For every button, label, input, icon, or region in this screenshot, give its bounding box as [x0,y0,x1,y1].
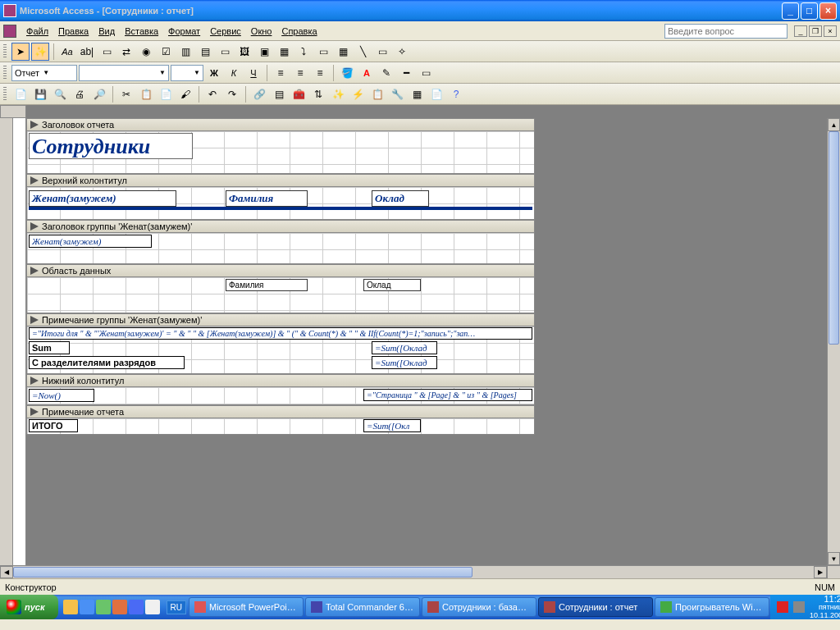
autoformat-icon[interactable]: ✨ [329,85,347,103]
tray-icon[interactable] [793,601,805,613]
preview-icon[interactable]: 🔎 [90,85,108,103]
total-label[interactable]: ИТОГО [29,419,78,432]
code-icon[interactable]: ⚡ [349,85,367,103]
language-indicator[interactable]: RU [167,600,186,614]
section-selector-column[interactable] [0,118,13,565]
more-tools-icon[interactable]: ✧ [393,43,411,61]
minimize-button[interactable]: _ [782,2,799,20]
properties-icon[interactable]: 📋 [368,85,386,103]
close-button[interactable]: × [819,2,837,20]
view-icon[interactable]: 📄 [11,85,30,103]
image-tool-icon[interactable]: 🖼 [235,43,253,61]
menu-service[interactable]: Сервис [205,25,246,38]
column-header-salary[interactable]: Оклад [372,190,429,207]
menu-view[interactable]: Вид [94,25,120,38]
paste-icon[interactable]: 📄 [157,85,175,103]
header-underline[interactable] [29,207,532,210]
field-list-icon[interactable]: ▤ [270,85,288,103]
section-bar-report-header[interactable]: Заголовок отчета [26,118,535,131]
copy-icon[interactable]: 📋 [137,85,155,103]
toolbar-grip[interactable] [3,44,7,59]
toggle-tool-icon[interactable]: ⇄ [117,43,135,61]
bold-icon[interactable]: Ж [205,64,223,82]
align-right-icon[interactable]: ≡ [311,64,329,82]
detail-field-salary[interactable]: Оклад [363,279,421,291]
ql-icon[interactable] [63,600,78,614]
menu-file[interactable]: Файл [21,25,53,38]
db-window-icon[interactable]: ▦ [408,85,426,103]
label-tool-icon[interactable]: Aa [58,43,76,61]
build-icon[interactable]: 🔧 [388,85,406,103]
page-expr[interactable]: ="Страница " & [Page] & " из " & [Pages] [363,389,532,401]
vertical-scrollbar[interactable]: ▲ ▼ [827,118,840,565]
menu-help[interactable]: Справка [276,25,322,38]
system-tray[interactable]: 11:23 пятница 10.11.2006 [770,595,840,619]
new-object-icon[interactable]: 📄 [427,85,445,103]
section-bar-page-header[interactable]: Верхний колонтитул [26,174,535,187]
task-button[interactable]: Total Commander 6… [305,597,420,617]
horizontal-scrollbar[interactable]: ◀ ▶ [0,565,840,578]
report-title-label[interactable]: Сотрудники [29,133,193,159]
group-tool-icon[interactable]: ▭ [98,43,116,61]
separator-expr[interactable]: =Sum([Оклад [372,356,437,369]
group-summary-expr[interactable]: ="Итоги для " & "'Женат(замужем)' = " & … [29,327,532,340]
ruler-corner[interactable] [0,105,26,118]
print-icon[interactable]: 🖨 [71,85,89,103]
button-tool-icon[interactable]: ▭ [216,43,234,61]
column-header-married[interactable]: Женат(замужем) [29,190,176,207]
fontsize-combo[interactable]: ▼ [171,65,203,81]
mdi-close-button[interactable]: × [824,25,837,37]
section-bar-group-header[interactable]: Заголовок группы 'Женат(замужем)' [26,220,535,233]
mdi-restore-button[interactable]: ❐ [809,25,822,37]
sum-label[interactable]: Sum [29,341,70,354]
subform-tool-icon[interactable]: ▦ [334,43,352,61]
combo-tool-icon[interactable]: ▥ [176,43,194,61]
line-tool-icon[interactable]: ╲ [354,43,372,61]
mdi-minimize-button[interactable]: _ [794,25,807,37]
tab-tool-icon[interactable]: ▭ [314,43,332,61]
section-bar-report-footer[interactable]: Примечание отчета [26,405,535,418]
start-button[interactable]: пуск [0,595,58,619]
italic-icon[interactable]: К [225,64,243,82]
align-center-icon[interactable]: ≡ [291,64,309,82]
section-bar-detail[interactable]: Область данных [26,264,535,277]
separator-label[interactable]: С разделителями разрядов [29,356,185,369]
menu-window[interactable]: Окно [246,25,277,38]
document-icon[interactable] [3,25,16,38]
help-search-input[interactable] [664,24,788,39]
task-button-active[interactable]: Сотрудники : отчет [538,597,653,617]
special-effect-icon[interactable]: ▭ [417,64,435,82]
column-header-surname[interactable]: Фамилия [226,190,308,207]
align-left-icon[interactable]: ≡ [272,64,290,82]
font-combo[interactable]: ▼ [79,65,169,81]
section-bar-group-footer[interactable]: Примечание группы 'Женат(замужем)' [26,313,535,326]
ql-icon[interactable] [96,600,111,614]
toolbox-icon[interactable]: 🧰 [290,85,308,103]
task-button[interactable]: Microsoft PowerPoi… [189,597,304,617]
undo-icon[interactable]: ↶ [203,85,221,103]
ql-icon[interactable] [145,600,160,614]
tray-icon[interactable] [777,601,788,613]
group-field-married[interactable]: Женат(замужем) [29,235,152,248]
fill-color-icon[interactable]: 🪣 [338,64,356,82]
list-tool-icon[interactable]: ▤ [196,43,214,61]
ql-icon[interactable] [80,600,94,614]
toolbar-grip[interactable] [3,87,7,102]
design-canvas[interactable]: Заголовок отчета Сотрудники Верхний коло… [26,118,827,565]
insert-link-icon[interactable]: 🔗 [250,85,268,103]
select-tool-icon[interactable]: ➤ [11,43,30,61]
format-painter-icon[interactable]: 🖌 [176,85,194,103]
search-icon[interactable]: 🔍 [51,85,69,103]
vertical-ruler[interactable] [13,118,26,565]
object-selector-combo[interactable]: Отчет▼ [11,65,77,81]
task-button[interactable]: Проигрыватель Wi… [655,597,769,617]
now-expr[interactable]: =Now() [29,389,94,402]
detail-field-surname[interactable]: Фамилия [226,279,308,291]
bound-frame-icon[interactable]: ▦ [275,43,293,61]
option-tool-icon[interactable]: ◉ [137,43,155,61]
cut-icon[interactable]: ✂ [117,85,135,103]
total-expr[interactable]: =Sum([Окл [363,419,421,432]
line-color-icon[interactable]: ✎ [377,64,395,82]
menu-edit[interactable]: Правка [53,25,94,38]
textbox-tool-icon[interactable]: ab| [78,43,96,61]
